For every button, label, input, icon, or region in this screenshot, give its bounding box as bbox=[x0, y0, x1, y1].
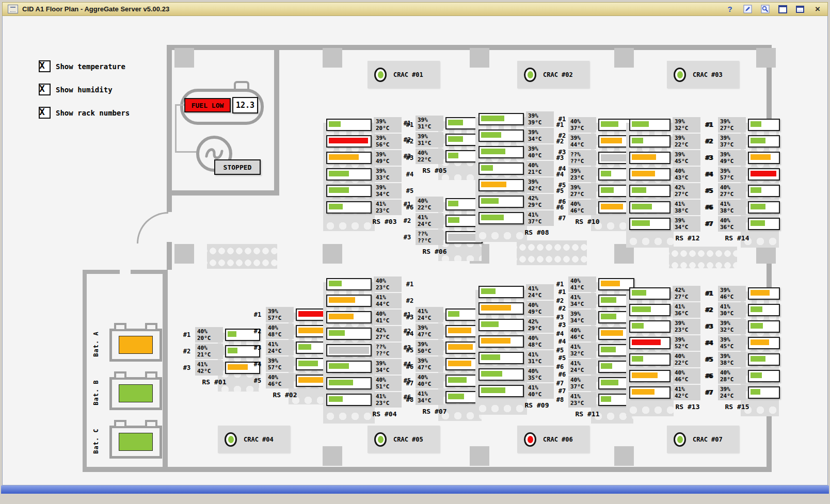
temperature-value: 21°C bbox=[528, 169, 552, 175]
help-button[interactable]: ? bbox=[725, 5, 735, 14]
temperature-value: 32°C bbox=[720, 327, 744, 333]
sensor-bar-fill bbox=[601, 380, 618, 385]
crac-label: CRAC #04 bbox=[244, 436, 274, 443]
sensor-readout: 41%31°C bbox=[526, 350, 554, 366]
humidity-value: 39% bbox=[418, 133, 441, 140]
temperature-value: 49°C bbox=[376, 158, 400, 165]
sensor-row: #140%41°C bbox=[554, 276, 634, 292]
humidity-value: 39% bbox=[720, 320, 744, 327]
show-rack-numbers-checkbox[interactable]: X bbox=[39, 107, 51, 119]
sensor-bar bbox=[748, 386, 780, 399]
close-button[interactable]: × bbox=[813, 5, 822, 14]
humidity-value: 41% bbox=[720, 303, 744, 310]
humidity-value: 40% bbox=[528, 162, 552, 169]
edit-button[interactable] bbox=[743, 5, 752, 14]
sensor-row: #341%24°C bbox=[251, 339, 335, 356]
sensor-number: #4 bbox=[554, 171, 566, 178]
sensor-readout: 39%46°C bbox=[718, 286, 746, 301]
temperature-value: 48°C bbox=[528, 342, 552, 348]
fuel-level-value: 12.3 bbox=[232, 97, 258, 113]
sensor-row: #439%47°C bbox=[401, 356, 483, 372]
wall bbox=[83, 270, 120, 274]
sensor-bar-fill bbox=[448, 377, 467, 383]
crac-unit-2: CRAC #02 bbox=[517, 61, 589, 88]
sensor-readout: 39%57°C bbox=[266, 307, 294, 322]
humidity-value: 42% bbox=[528, 318, 552, 325]
sensor-row: #141%24°C bbox=[401, 306, 483, 323]
sensor-row: #640%28°C bbox=[704, 368, 780, 384]
sensor-number: #7 bbox=[704, 389, 716, 396]
temperature-value: 23°C bbox=[675, 327, 698, 333]
sensor-row: #641%38°C bbox=[704, 199, 780, 216]
sensor-bar-fill bbox=[481, 371, 502, 377]
zoom-button[interactable] bbox=[760, 5, 770, 14]
sensor-bar-fill bbox=[751, 204, 765, 209]
humidity-value: 40% bbox=[528, 335, 552, 342]
sensor-bar bbox=[748, 135, 780, 148]
sensor-bar bbox=[748, 287, 780, 300]
sensor-readout: 39%57°C bbox=[266, 356, 294, 372]
restore-button[interactable] bbox=[795, 5, 805, 14]
rack-label: RS #05 bbox=[406, 167, 463, 174]
rack-rs-08: 39%39°C#139%34°C#239%40°C#340%21°C#439%4… bbox=[478, 111, 566, 240]
sensor-bar bbox=[326, 278, 372, 290]
sensor-readout: 39%34°C bbox=[374, 183, 402, 199]
crac-label: CRAC #07 bbox=[693, 436, 723, 443]
sensor-bar bbox=[478, 162, 524, 175]
humidity-value: 40% bbox=[268, 324, 292, 331]
temperature-value: 57°C bbox=[268, 315, 292, 321]
humidity-value: 40% bbox=[720, 217, 744, 224]
sensor-number: #6 bbox=[554, 204, 566, 211]
sensor-bar bbox=[478, 352, 524, 364]
temperature-value: 27°C bbox=[675, 191, 698, 198]
sensor-row: #140%37°C bbox=[554, 117, 634, 133]
sensor-bar bbox=[478, 368, 524, 381]
sensor-readout: 39%57°C bbox=[718, 167, 746, 182]
humidity-value: 42% bbox=[675, 287, 698, 294]
sensor-row: #3??%??°C bbox=[554, 150, 634, 166]
sensor-readout: 39%31°C bbox=[416, 132, 443, 148]
humidity-value: 39% bbox=[418, 324, 441, 331]
sensor-bar-fill bbox=[601, 363, 612, 369]
battery-fill bbox=[119, 336, 153, 354]
show-temperature-checkbox[interactable]: X bbox=[39, 60, 51, 72]
sensor-number: #6 bbox=[704, 372, 716, 380]
temperature-value: 47°C bbox=[418, 364, 441, 371]
title-bar[interactable]: CID A1 Floor Plan - AggreGate Server v5.… bbox=[2, 2, 828, 16]
pillar bbox=[323, 244, 342, 264]
checkbox-label: Show rack numbers bbox=[56, 109, 130, 117]
temperature-value: 37°C bbox=[528, 218, 552, 225]
sensor-bar-fill bbox=[632, 339, 661, 345]
sensor-bar-fill bbox=[751, 220, 765, 226]
sensor-row: 40%22°C#5 bbox=[629, 351, 715, 368]
humidity-value: 41% bbox=[570, 393, 594, 400]
sensor-bar bbox=[748, 218, 780, 230]
door-arc bbox=[137, 212, 168, 243]
crac-unit-5: CRAC #05 bbox=[368, 426, 440, 453]
humidity-value: 39% bbox=[418, 357, 441, 364]
generator-status: STOPPED bbox=[214, 159, 261, 175]
sensor-bar-fill bbox=[329, 380, 353, 385]
temperature-value: 47°C bbox=[418, 331, 441, 338]
rack-label: RS #02 bbox=[257, 391, 313, 399]
show-humidity-checkbox[interactable]: X bbox=[39, 84, 51, 95]
humidity-value: 40% bbox=[418, 374, 441, 381]
temperature-value: 32°C bbox=[675, 125, 698, 132]
temperature-value: 23°C bbox=[376, 400, 400, 407]
sensor-row: #339%32°C bbox=[704, 318, 780, 335]
sensor-row: 39%45°C#3 bbox=[629, 150, 715, 166]
checkbox-label: Show temperature bbox=[56, 62, 125, 71]
humidity-value: 39% bbox=[720, 386, 744, 393]
temperature-value: 57°C bbox=[720, 174, 744, 181]
sensor-bar-fill bbox=[601, 204, 623, 209]
sensor-bar bbox=[478, 129, 524, 142]
sensor-readout: 39%22°C bbox=[673, 134, 700, 149]
sensor-number: #3 bbox=[554, 154, 566, 161]
sensor-bar bbox=[629, 337, 671, 349]
sensor-bar-fill bbox=[751, 306, 762, 312]
maximize-button[interactable] bbox=[778, 5, 787, 14]
sensor-bar-fill bbox=[632, 389, 655, 395]
sensor-readout: 39%45°C bbox=[673, 150, 700, 166]
humidity-value: ??% bbox=[570, 151, 594, 158]
humidity-value: 40% bbox=[376, 311, 400, 317]
